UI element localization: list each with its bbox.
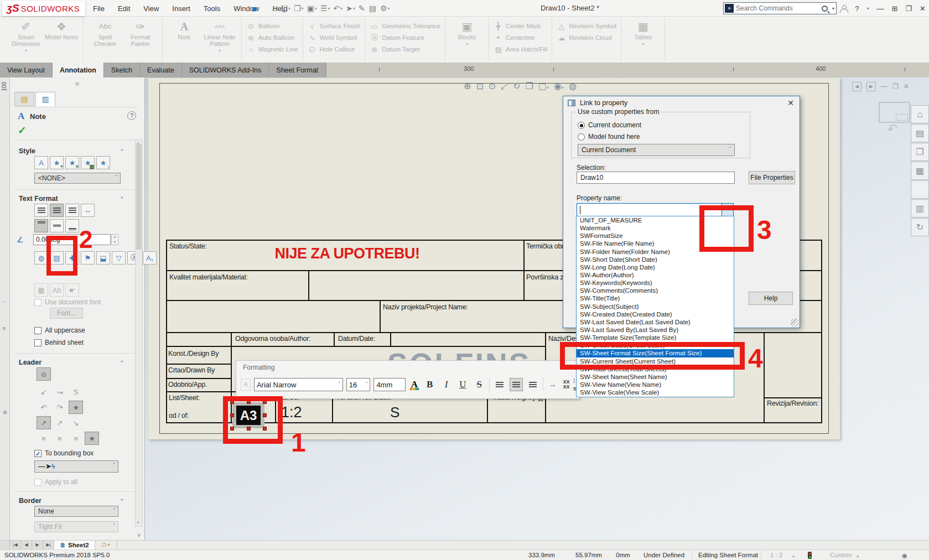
leader-style-button[interactable]: ↶ [37,401,51,414]
scroll-down-icon[interactable]: ˅ [137,520,139,525]
scrollbar-thumb[interactable] [136,144,142,250]
expand-button[interactable]: ⊞ [892,4,898,13]
leader-style-button[interactable]: S [69,385,83,398]
view-tool-button[interactable]: ⤢ [501,81,508,91]
border-style-select[interactable]: Noneˇ [34,506,118,517]
quick-tool-button[interactable]: ➤▾ [346,4,355,13]
arrow-style-select[interactable]: —➤ϟ ˇ [34,460,118,473]
quick-tool-button[interactable]: ❏▾ [281,4,290,13]
behind-sheet-checkbox[interactable]: Behind sheet [34,339,84,346]
property-list-item[interactable]: SW-Last Saved Date(Last Saved Date) [577,318,734,326]
property-list-item[interactable]: SW-Last Saved By(Last Saved By) [577,326,734,334]
property-list-item[interactable]: SW-Template Size(Template Size) [577,334,734,341]
task-pane-button[interactable]: ⌂ [911,105,929,123]
all-uppercase-checkbox[interactable]: All uppercase [34,326,85,334]
command-tab[interactable]: Evaluate [140,63,182,77]
ribbon-tool-magnetic-line[interactable]: ∩Magnetic Line [246,45,298,53]
scroll-down-icon[interactable]: ˅ [137,532,141,538]
ribbon-tool-datum-feature[interactable]: ⒶDatum Feature [370,34,440,42]
property-list-item[interactable]: SW-Created Date(Created Date) [577,310,734,318]
leader-style-button[interactable]: ★ [69,401,83,414]
close-child-button[interactable]: ✕ [904,82,909,91]
collapse-icon[interactable]: ⌃ [120,498,124,504]
task-pane-button[interactable]: ▦ [911,162,929,180]
underline-button[interactable]: U [456,379,469,390]
leader-style-button[interactable]: ★ [85,432,99,445]
view-tool-button[interactable]: ▢▾ [538,81,549,91]
ribbon-tool-datum-target[interactable]: ⊕Datum Target [370,45,440,53]
command-tab[interactable]: SOLIDWORKS Add-Ins [182,63,269,77]
restore-child-button[interactable]: ❐ [892,82,899,91]
font-color-button[interactable]: A [409,379,420,390]
ribbon-tool-model-items[interactable]: ❖Model Items [44,18,79,61]
user-account-icon[interactable] [840,5,847,12]
style-button[interactable]: ★↓ [96,156,110,169]
ribbon-tool-revision-cloud[interactable]: ☁Revision Cloud [557,34,616,42]
ribbon-tool-centerline[interactable]: ⌖Centerline [494,34,547,42]
menu-item[interactable]: Tools [204,4,220,13]
quick-tool-button[interactable]: ❒▾ [294,4,304,13]
collapse-icon[interactable]: ⌃ [120,196,124,202]
align-top-button[interactable] [34,219,48,232]
property-list-item[interactable]: SW-Long Date(Long Date) [577,263,734,271]
ribbon-tool-hole-callout[interactable]: ∅Hole Callout [308,45,361,53]
no-leader-icon[interactable]: ⊘ [37,367,51,381]
resize-grip[interactable] [791,319,798,326]
view-tool-button[interactable]: ↻ [513,81,520,91]
sheet-nav-button[interactable]: |◀ [10,541,21,549]
ribbon-tool-blocks[interactable]: ▣Blocks▾ [450,18,484,61]
next-sheet-button[interactable]: ▶ [866,82,876,91]
selection-input[interactable] [577,172,735,184]
quick-tool-button[interactable]: ☰▾ [320,4,330,13]
leader-style-button[interactable]: ≡ [53,432,67,445]
text-format-section-header[interactable]: Text Format [19,195,58,203]
text-format-button[interactable]: ⬓ [96,251,110,265]
style-button[interactable]: ★▥ [81,156,95,169]
status-units[interactable]: Custom [830,552,852,558]
leader-style-button[interactable]: ↗ [37,416,51,429]
view-tool-button[interactable]: ⊙ [489,81,496,91]
sheet-nav-button[interactable]: ▶| [43,541,54,549]
property-list-item[interactable]: SW-Author(Author) [577,271,734,279]
stacked-text-button[interactable]: XXXX [563,380,569,390]
panel-scrollbar[interactable]: ˄ ˅ [135,139,143,527]
status-scale[interactable]: 1 : 2 [770,552,782,558]
traffic-light-icon[interactable] [808,552,812,559]
paragraph-left-button[interactable] [493,378,506,391]
align-middle-button[interactable] [50,219,64,232]
property-list-item[interactable]: SW-Sheet Name(Sheet Name) [577,373,734,381]
strikethrough-button[interactable]: S [473,379,486,390]
font-size-select[interactable]: 16ˇ [346,378,371,391]
align-left-button[interactable] [34,204,48,217]
paragraph-center-button[interactable] [510,378,523,391]
italic-button[interactable]: I [440,379,453,390]
file-properties-button[interactable]: File Properties [749,171,795,184]
text-format-button[interactable]: ▽ [112,251,126,265]
close-button[interactable]: ✕ [920,4,926,13]
ribbon-tool-weld-symbol[interactable]: ∿Weld Symbol [308,34,361,42]
add-sheet-button[interactable]: 🗋+ [95,541,117,549]
property-list-item[interactable]: SW-View Scale(View Scale) [577,388,734,396]
display-pane-tab[interactable]: ▥ [35,92,55,106]
leader-style-button[interactable]: ↷ [53,401,67,414]
ribbon-tool-spell-checker[interactable]: AbcSpell Checker [88,18,122,61]
collapse-icon[interactable]: ⌃ [120,148,124,154]
help-icon[interactable]: ? [127,111,136,120]
propertymanager-tab[interactable]: ▤ [14,92,34,106]
menu-item[interactable]: Insert [172,4,190,13]
view-tool-button[interactable]: ⊡ [476,81,483,91]
minimize-button[interactable]: — [877,4,884,13]
ribbon-tool-revision-symbol[interactable]: △Revision Symbol [557,22,616,30]
ribbon-tool-tables[interactable]: ▦Tables▾ [626,18,660,61]
ribbon-tool-balloon[interactable]: ⊙Balloon [246,22,298,30]
chevron-up-icon[interactable]: ▴ [857,553,859,558]
quick-tool-button[interactable]: ⚙▾ [380,4,390,13]
quick-tool-button[interactable]: ⌂ [272,4,277,13]
leader-style-button[interactable]: ≡ [37,432,51,445]
justify-button[interactable]: ↔ [81,204,95,217]
view-tool-button[interactable]: ⊕ [464,81,471,91]
search-input[interactable] [736,4,822,12]
task-pane-button[interactable]: ▤ [911,124,929,142]
to-bounding-box-checkbox[interactable]: ✓To bounding box [34,449,94,457]
text-height-input[interactable]: 4mm [373,378,406,391]
